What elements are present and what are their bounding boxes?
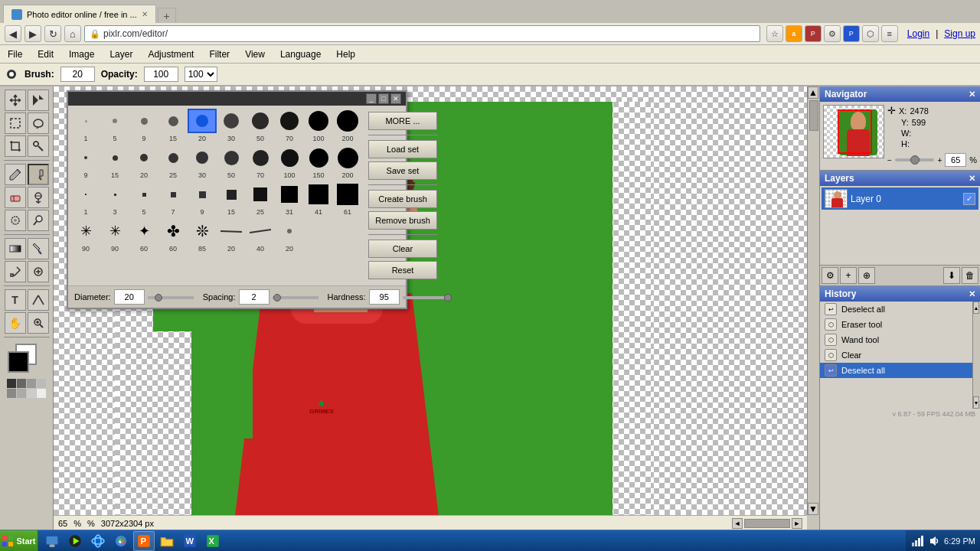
ext3-button[interactable]: P	[843, 25, 860, 42]
brush-button[interactable]	[28, 164, 49, 185]
menu-help[interactable]: Help	[328, 47, 363, 61]
reset-button[interactable]: Reset	[368, 261, 437, 279]
tab-close-button[interactable]: ✕	[142, 10, 148, 18]
more-button[interactable]: MORE ...	[368, 112, 437, 130]
brush-cell-1[interactable]	[71, 109, 100, 133]
layer-merge-down-button[interactable]: ⬇	[943, 267, 960, 284]
amazon-icon-button[interactable]: a	[786, 25, 802, 42]
layer-new-button[interactable]: +	[840, 267, 857, 284]
ext4-button[interactable]: ⬡	[862, 25, 879, 42]
pencil-button[interactable]	[5, 164, 26, 185]
brush-cell-sq-7[interactable]	[158, 182, 188, 207]
layer-copy-button[interactable]: ⊕	[858, 267, 875, 284]
brush-popup-maximize[interactable]: □	[378, 93, 389, 104]
hand-tool-button[interactable]: ✋	[5, 312, 26, 334]
ext5-button[interactable]: ≡	[881, 25, 898, 42]
brush-cell-20[interactable]	[188, 109, 217, 133]
brush-cell-dot2[interactable]	[275, 219, 304, 243]
hardness-slider[interactable]	[403, 296, 449, 299]
navigator-close-button[interactable]: ✕	[969, 90, 975, 99]
zoom-tool-button[interactable]	[28, 312, 49, 334]
brush-cell-line1[interactable]	[217, 219, 246, 243]
zoom-minus[interactable]: −	[887, 156, 892, 165]
tray-volume-icon[interactable]	[927, 534, 941, 548]
opacity-dropdown[interactable]: 100	[185, 67, 217, 82]
signup-link[interactable]: Sign up	[944, 28, 975, 39]
home-button[interactable]: ⌂	[64, 25, 81, 42]
layers-close-button[interactable]: ✕	[969, 174, 975, 184]
history-close-button[interactable]: ✕	[969, 289, 975, 299]
brush-cell-5[interactable]	[100, 109, 129, 133]
brush-cell-hard-100[interactable]	[275, 145, 304, 170]
pattern-cell[interactable]	[17, 379, 26, 388]
taskbar-folders[interactable]	[156, 531, 178, 551]
diameter-slider[interactable]	[148, 296, 194, 299]
brush-popup-minimize[interactable]: _	[366, 93, 377, 104]
brush-cell-70[interactable]	[275, 109, 304, 133]
eyedropper-button[interactable]	[5, 261, 26, 282]
scroll-thumb-v[interactable]	[809, 100, 818, 131]
wand-button[interactable]	[28, 135, 49, 157]
horizontal-scrollbar[interactable]: ◄ ►	[732, 518, 802, 529]
brush-cell-50[interactable]	[246, 109, 275, 133]
back-button[interactable]: ◀	[5, 25, 21, 42]
diameter-slider-thumb[interactable]	[155, 294, 162, 302]
ext1-button[interactable]: P	[805, 25, 822, 42]
menu-filter[interactable]: Filter	[201, 47, 237, 61]
history-item-clear[interactable]: ⬡ Clear	[820, 347, 980, 363]
taskbar-show-desktop[interactable]	[41, 531, 63, 551]
brush-cell-star2[interactable]: ✳	[100, 219, 129, 243]
blur-button[interactable]	[5, 210, 26, 231]
address-bar[interactable]: 🔒 pixlr.com/editor/	[84, 25, 760, 42]
taskbar-winamp[interactable]	[64, 531, 86, 551]
scroll-down-button[interactable]: ▼	[808, 503, 818, 515]
zoom-slider[interactable]	[895, 158, 935, 161]
brush-popup-close[interactable]: ✕	[390, 93, 401, 104]
navigator-thumbnail[interactable]	[823, 105, 884, 158]
history-scrollbar[interactable]: ▲ ▼	[972, 302, 980, 409]
zoom-input[interactable]	[945, 153, 966, 167]
brush-size-input[interactable]: 20	[60, 67, 95, 82]
paint-bucket-button[interactable]	[28, 238, 49, 259]
brush-cell-30[interactable]	[217, 109, 246, 133]
brush-cell-sq-1[interactable]	[71, 182, 100, 207]
brush-cell-star4[interactable]: ✤	[158, 219, 188, 243]
menu-adjustment[interactable]: Adjustment	[140, 47, 201, 61]
brush-cell-sq-31[interactable]	[275, 182, 304, 207]
brush-cell-hard-150[interactable]	[304, 145, 333, 170]
layer-visibility-check[interactable]: ✓	[963, 193, 975, 205]
pattern-cell[interactable]	[7, 389, 16, 398]
history-scroll-down[interactable]: ▼	[973, 396, 979, 409]
pattern-cell[interactable]	[7, 379, 16, 388]
zoom-slider-thumb[interactable]	[910, 155, 920, 165]
foreground-color-swatch[interactable]	[8, 351, 29, 373]
history-item-wand[interactable]: ⬡ Wand tool	[820, 332, 980, 347]
brush-cell-hard-200[interactable]	[333, 145, 362, 170]
dodge-button[interactable]	[28, 210, 49, 231]
brush-cell-hard-30[interactable]	[188, 145, 217, 170]
menu-edit[interactable]: Edit	[30, 47, 61, 61]
diameter-input[interactable]	[114, 289, 145, 305]
tray-network-icon[interactable]	[910, 534, 924, 548]
vertical-scrollbar[interactable]: ▲ ▼	[807, 86, 819, 515]
scroll-right-button[interactable]: ►	[792, 518, 802, 529]
pattern-cell[interactable]	[27, 389, 36, 398]
move-tool-button[interactable]	[5, 90, 26, 111]
brush-cell-sq-61[interactable]	[333, 182, 362, 207]
taskbar-chrome[interactable]	[110, 531, 132, 551]
pattern-cell[interactable]	[17, 389, 26, 398]
brush-cell-sq-15[interactable]	[217, 182, 246, 207]
taskbar-pixlr-active[interactable]: P	[133, 531, 155, 551]
new-tab-button[interactable]: +	[158, 8, 176, 23]
shape-button[interactable]	[28, 289, 49, 311]
hardness-slider-thumb[interactable]	[444, 294, 452, 302]
eraser-button[interactable]	[5, 187, 26, 208]
history-item-eraser[interactable]: ⬡ Eraser tool	[820, 317, 980, 332]
lasso-button[interactable]	[28, 112, 49, 134]
history-item-deselect-all-1[interactable]: ↩ Deselect all	[820, 302, 980, 317]
layer-delete-button[interactable]: 🗑	[962, 267, 978, 284]
spacing-slider-thumb[interactable]	[273, 294, 281, 302]
hardness-input[interactable]	[369, 289, 400, 305]
load-set-button[interactable]: Load set	[368, 140, 437, 158]
scroll-up-button[interactable]: ▲	[808, 86, 818, 99]
